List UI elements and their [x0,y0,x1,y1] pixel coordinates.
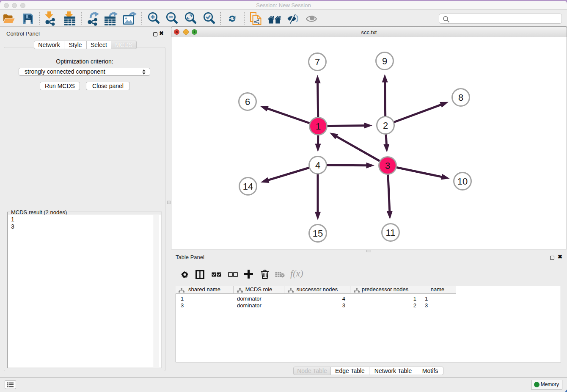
svg-text:14: 14 [243,181,253,192]
svg-text:3: 3 [385,160,390,171]
svg-text:10: 10 [457,176,468,187]
svg-text:6: 6 [245,97,250,107]
svg-text:9: 9 [382,56,387,66]
svg-text:15: 15 [313,228,323,239]
svg-text:8: 8 [458,92,463,103]
svg-text:11: 11 [386,227,396,238]
svg-text:2: 2 [383,120,388,131]
svg-text:1: 1 [316,121,321,132]
svg-text:4: 4 [315,160,320,171]
svg-text:7: 7 [315,57,320,67]
